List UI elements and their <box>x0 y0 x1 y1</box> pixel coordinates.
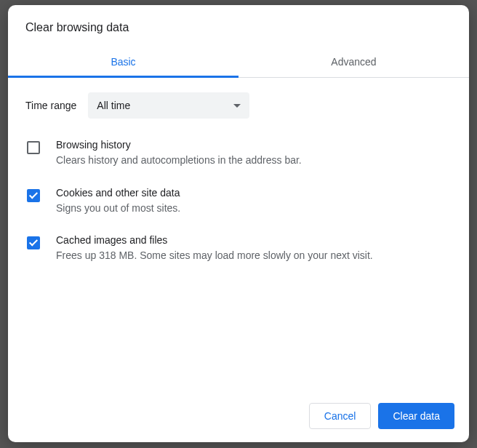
option-text: Cached images and files Frees up 318 MB.… <box>56 234 453 263</box>
dialog-footer: Cancel Clear data <box>8 391 469 442</box>
tab-advanced[interactable]: Advanced <box>238 47 469 77</box>
option-browsing-history: Browsing history Clears history and auto… <box>24 139 453 168</box>
option-title: Cookies and other site data <box>56 187 453 199</box>
option-title: Cached images and files <box>56 234 453 246</box>
checkbox-cache[interactable] <box>27 236 40 249</box>
tabs: Basic Advanced <box>8 47 469 78</box>
option-text: Browsing history Clears history and auto… <box>56 139 453 168</box>
checkbox-browsing-history[interactable] <box>27 141 40 154</box>
option-desc: Frees up 318 MB. Some sites may load mor… <box>56 249 453 263</box>
option-desc: Signs you out of most sites. <box>56 201 453 216</box>
checkbox-cookies[interactable] <box>27 189 40 202</box>
cancel-button[interactable]: Cancel <box>309 403 372 429</box>
option-cache: Cached images and files Frees up 318 MB.… <box>24 234 453 263</box>
option-cookies: Cookies and other site data Signs you ou… <box>24 187 453 216</box>
dialog-body: Time range All time Browsing history Cle… <box>8 78 469 391</box>
time-range-label: Time range <box>25 100 76 111</box>
clear-browsing-data-dialog: Clear browsing data Basic Advanced Time … <box>8 5 469 442</box>
time-range-select[interactable]: All time <box>88 92 249 119</box>
time-range-row: Time range All time <box>24 92 453 119</box>
option-title: Browsing history <box>56 139 453 151</box>
chevron-down-icon <box>233 104 241 108</box>
tab-basic[interactable]: Basic <box>8 47 238 77</box>
option-desc: Clears history and autocompletions in th… <box>56 153 453 168</box>
dialog-title: Clear browsing data <box>8 5 469 47</box>
clear-data-button[interactable]: Clear data <box>378 403 454 429</box>
option-text: Cookies and other site data Signs you ou… <box>56 187 453 216</box>
time-range-value: All time <box>97 100 130 111</box>
